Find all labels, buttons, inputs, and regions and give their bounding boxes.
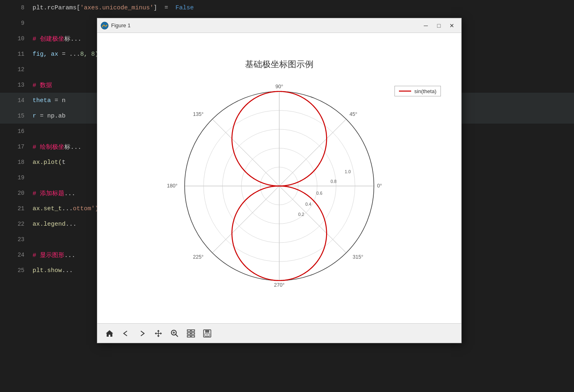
angle-label-45: 45° (349, 111, 357, 117)
pan-button[interactable] (151, 326, 166, 341)
angle-label-270: 270° (274, 282, 285, 288)
angle-label-180: 180° (167, 183, 177, 189)
save-icon (203, 329, 212, 338)
pan-icon (154, 329, 163, 338)
svg-line-3 (175, 334, 178, 337)
matplotlib-icon (101, 22, 109, 30)
figure-window: Figure 1 ─ □ ✕ 基础极坐标图示例 (97, 18, 462, 343)
close-button[interactable]: ✕ (446, 20, 458, 31)
home-button[interactable] (102, 326, 117, 341)
angle-label-90: 90° (275, 84, 283, 89)
code-line-8: 8 plt.rcParams['axes.unicode_minus'] = F… (0, 0, 574, 15)
forward-icon (138, 329, 147, 338)
figure-titlebar: Figure 1 ─ □ ✕ (97, 18, 461, 33)
svg-rect-9 (191, 333, 195, 334)
radial-label-02: 0.2 (298, 212, 305, 217)
svg-rect-10 (187, 335, 191, 337)
figure-toolbar (97, 323, 461, 343)
radial-label-08: 0.8 (331, 179, 337, 184)
back-button[interactable] (118, 326, 133, 341)
angle-label-135: 135° (193, 111, 204, 117)
home-icon (105, 329, 114, 338)
figure-window-controls: ─ □ ✕ (420, 20, 458, 31)
legend-overlay: sin(theta) (394, 86, 441, 96)
minimize-button[interactable]: ─ (420, 20, 432, 31)
forward-button[interactable] (135, 326, 149, 341)
maximize-button[interactable]: □ (433, 20, 445, 31)
zoom-button[interactable] (167, 326, 182, 341)
subplots-icon (186, 329, 195, 338)
svg-rect-13 (205, 330, 209, 333)
back-icon (121, 329, 130, 338)
angle-label-0: 0° (377, 183, 382, 189)
svg-rect-15 (206, 334, 208, 335)
zoom-icon (170, 329, 179, 338)
angle-label-225: 225° (193, 254, 204, 260)
plot-title: 基础极坐标图示例 (245, 59, 313, 69)
angle-label-315: 315° (353, 254, 363, 260)
radial-label-06: 0.6 (316, 191, 322, 196)
subplots-button[interactable] (184, 326, 198, 341)
svg-rect-11 (191, 335, 195, 337)
svg-rect-7 (191, 330, 195, 331)
radial-label-10: 1.0 (345, 169, 351, 174)
svg-rect-6 (187, 330, 191, 331)
plot-area: 基础极坐标图示例 90° 0° 270° 180° 45° 135° (97, 33, 461, 323)
legend-icon (399, 88, 411, 94)
figure-title: Figure 1 (111, 22, 420, 28)
radial-label-04: 0.4 (305, 202, 311, 207)
polar-plot: 基础极坐标图示例 90° 0° 270° 180° 45° 135° (153, 52, 405, 304)
legend-text: sin(theta) (414, 88, 436, 94)
save-button[interactable] (200, 326, 215, 341)
svg-rect-8 (187, 333, 191, 334)
